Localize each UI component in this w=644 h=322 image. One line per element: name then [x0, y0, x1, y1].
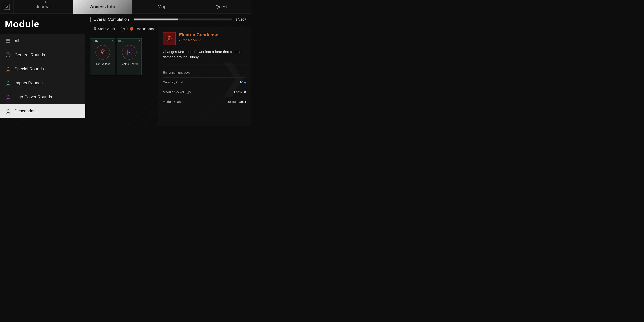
level-bars-2 [118, 40, 121, 42]
refresh-button[interactable]: ↺ [121, 26, 128, 32]
transcendent-label: Transcendent [135, 27, 155, 31]
level-num-1: 15 [95, 40, 98, 42]
detail-panel: ❯ Electric Condense Transcendent [158, 27, 251, 126]
sidebar-item-descendant[interactable]: Descendant [0, 104, 85, 118]
sidebar-menu: All General Rounds [0, 34, 85, 118]
nav-item-access-info[interactable]: Access Info [73, 0, 132, 14]
class-value: Descendant ♦ [227, 100, 246, 104]
general-rounds-icon [5, 52, 11, 58]
detail-rarity: Transcendent [179, 38, 246, 42]
level-bar [92, 40, 93, 42]
completion-count: 94/207 [236, 18, 246, 22]
page-title: Module [0, 17, 85, 34]
completion-section: Overall Completion 94/207 [90, 17, 246, 22]
completion-label: Overall Completion [94, 17, 129, 22]
card-level-2: 13 [118, 40, 124, 42]
level-num-2: 13 [122, 40, 124, 42]
high-power-rounds-icon [5, 94, 11, 100]
detail-row-socket: Module Socket Type Xantic ✕ [163, 87, 246, 97]
all-icon [5, 38, 11, 44]
card-header-2: 13 ◇ [117, 38, 142, 44]
q-button[interactable]: Q [0, 0, 14, 14]
enhancement-value: — [243, 71, 246, 74]
detail-divider [163, 64, 246, 65]
card-name-2: Electric Charge [119, 61, 140, 67]
card-circle-1 [96, 45, 110, 60]
sidebar-item-high-power-rounds[interactable]: High-Power Rounds [0, 90, 85, 104]
enhancement-label: Enhancement Level [163, 71, 191, 74]
socket-label: Module Socket Type [163, 90, 192, 94]
sort-icon: ⇅ [94, 27, 96, 31]
level-bar [120, 40, 121, 42]
drop-icon: ◆ [244, 81, 246, 84]
completion-bar-fill [134, 18, 178, 20]
sidebar-item-all[interactable]: All [0, 34, 85, 48]
nav-item-map[interactable]: Map [132, 0, 192, 14]
impact-rounds-icon [5, 80, 11, 86]
card-level-1: 15 [92, 40, 98, 42]
card-high-voltage[interactable]: 15 ◇ High-Voltage [90, 38, 115, 75]
capacity-value: 16 ◆ [240, 80, 246, 84]
special-rounds-icon [5, 66, 11, 72]
sort-button[interactable]: ⇅ Sort by: Tier [90, 25, 118, 32]
card-name-1: High-Voltage [94, 61, 112, 67]
detail-description: Changes Maximum Power into a form that c… [163, 49, 246, 60]
level-bars-1 [92, 40, 94, 42]
svg-marker-10 [6, 67, 10, 71]
detail-content: Electric Condense Transcendent Changes M… [163, 32, 246, 107]
nav-item-quest[interactable]: Quest [192, 0, 251, 14]
level-bar [118, 40, 119, 42]
svg-marker-11 [6, 81, 10, 85]
detail-title-block: Electric Condense Transcendent [179, 32, 246, 42]
completion-bar [134, 18, 232, 20]
detail-row-class: Module Class Descendant ♦ [163, 97, 246, 107]
sidebar: Module All [0, 14, 85, 126]
sidebar-item-special-rounds[interactable]: Special Rounds [0, 62, 85, 76]
top-nav: Q Journal Access Info Map Quest [0, 0, 251, 14]
q-icon: Q [4, 4, 10, 10]
nav-item-journal[interactable]: Journal [14, 0, 73, 14]
level-bar [119, 40, 120, 42]
detail-row-enhancement: Enhancement Level — [163, 68, 246, 78]
socket-value: Xantic ✕ [234, 90, 246, 94]
svg-rect-0 [6, 39, 10, 40]
socket-icon-2: ◇ [138, 40, 140, 42]
main-content: Module All [0, 14, 251, 126]
svg-rect-2 [6, 42, 10, 43]
card-circle-2 [122, 45, 136, 60]
class-label: Module Class [163, 100, 182, 104]
descendant-icon [5, 108, 11, 114]
svg-marker-12 [6, 95, 10, 99]
svg-marker-13 [6, 109, 10, 113]
card-img-2 [120, 44, 138, 61]
detail-title: Electric Condense [179, 32, 246, 37]
detail-icon-box [163, 32, 176, 45]
level-bar [94, 40, 94, 42]
level-bar [92, 40, 92, 42]
card-header-1: 15 ◇ [90, 38, 115, 44]
sidebar-item-general-rounds[interactable]: General Rounds [0, 48, 85, 62]
capacity-label: Capacity Cost [163, 80, 183, 84]
detail-row-capacity: Capacity Cost 16 ◆ [163, 78, 246, 87]
card-electric-charge[interactable]: 13 ◇ Electric Charge [117, 38, 142, 75]
svg-point-5 [8, 54, 8, 56]
card-img-1 [94, 44, 112, 61]
sidebar-item-impact-rounds[interactable]: Impact Rounds [0, 76, 85, 90]
transcendent-dot [130, 27, 134, 30]
detail-header: Electric Condense Transcendent [163, 32, 246, 45]
filter-separator [120, 26, 120, 31]
notification-dot [45, 1, 46, 3]
socket-icon-1: ◇ [112, 40, 114, 42]
svg-rect-1 [6, 40, 10, 42]
